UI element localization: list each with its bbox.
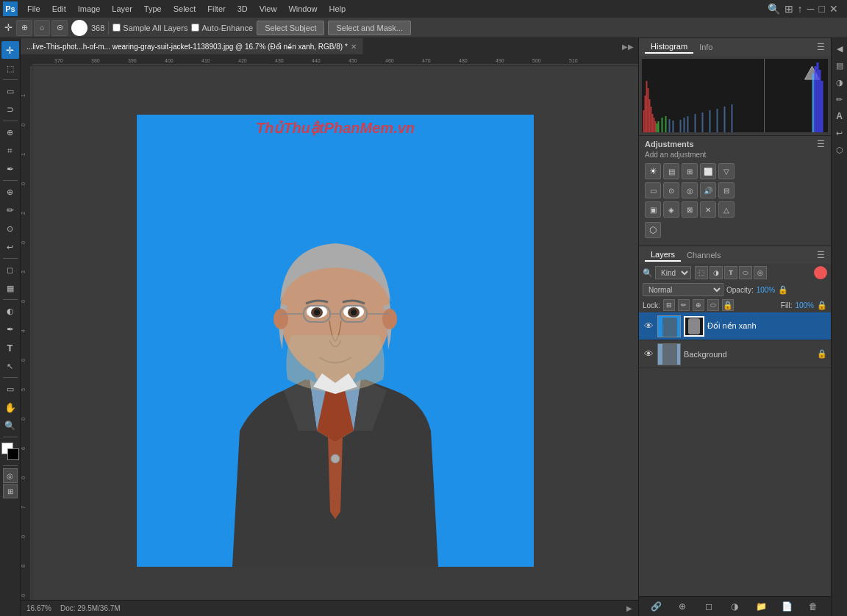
levels-adj[interactable]: ▤ (663, 163, 679, 179)
active-tab[interactable]: ...live-This-phot...h-of-m... wearing-gr… (21, 38, 363, 54)
invert-adj[interactable]: ▣ (645, 201, 661, 218)
arrange-icon[interactable]: ⊞ (785, 3, 793, 15)
crop-tool[interactable]: ⌗ (1, 142, 19, 160)
artboard-tool[interactable]: ⬚ (1, 60, 19, 77)
lock-position-icon[interactable]: ⊕ (693, 299, 704, 311)
menu-window[interactable]: Window (283, 3, 322, 15)
filter-smart-icon[interactable]: ◎ (754, 266, 767, 279)
path-select-tool[interactable]: ↖ (1, 357, 19, 375)
adjustments-menu-icon[interactable]: ☰ (817, 139, 825, 149)
hsl-adj[interactable]: ▭ (645, 182, 661, 198)
share-icon[interactable]: ↑ (798, 3, 803, 15)
canvas[interactable]: ThủThuậtPhanMem.vn (32, 66, 638, 600)
menu-layer[interactable]: Layer (107, 3, 137, 15)
background-color[interactable] (7, 448, 19, 460)
minimize-button[interactable]: ─ (807, 3, 815, 15)
layers-tab[interactable]: Layers (645, 248, 681, 262)
blending-mode-select[interactable]: Normal (643, 283, 723, 296)
layer-item-doi-nen-xanh[interactable]: 👁 Đổi nền xanh (639, 312, 831, 340)
filter-pixel-icon[interactable]: ⬚ (695, 266, 708, 279)
menu-3d[interactable]: 3D (232, 3, 253, 15)
menu-image[interactable]: Image (73, 3, 106, 15)
select-subject-button[interactable]: Select Subject (257, 21, 324, 35)
history-brush-tool[interactable]: ↩ (1, 238, 19, 256)
layer-visibility-eye-1[interactable]: 👁 (643, 320, 654, 332)
3d-icon-r[interactable]: ⬡ (832, 143, 847, 157)
lock-transparent-icon[interactable]: ⊟ (663, 299, 675, 311)
screen-mode-btn[interactable]: ⊞ (3, 484, 18, 498)
filter-shape-icon[interactable]: ⬭ (739, 266, 752, 279)
type-tool[interactable]: T (1, 339, 19, 357)
fill-value[interactable]: 100% (795, 301, 814, 309)
3d-adj[interactable]: ⬡ (645, 222, 661, 238)
tab-close-icon[interactable]: ✕ (351, 43, 357, 51)
add-mask-icon[interactable]: ◻ (702, 600, 715, 613)
close-button[interactable]: ✕ (829, 3, 838, 15)
search-icon[interactable]: 🔍 (768, 3, 780, 15)
channel-mixer-adj[interactable]: ⊟ (718, 182, 735, 198)
threshold-adj[interactable]: ⊠ (682, 201, 698, 218)
quick-mask-btn[interactable]: ◎ (3, 468, 18, 483)
type-icon-r[interactable]: A (832, 109, 847, 123)
add-layer-style-icon[interactable]: ⊕ (676, 600, 689, 613)
select-mask-button[interactable]: Select and Mask... (328, 21, 411, 35)
layers-icon[interactable]: ▤ (832, 58, 847, 73)
menu-type[interactable]: Type (139, 3, 167, 15)
photo-filter-adj[interactable]: 🔊 (700, 182, 716, 198)
quick-select-tool[interactable]: ⊕ (1, 123, 19, 141)
vibrance-adj[interactable]: ▽ (718, 163, 735, 179)
lock-all-icon[interactable]: 🔒 (722, 299, 734, 311)
layer-item-background[interactable]: 👁 Background 🔒 (639, 340, 831, 368)
filter-toggle[interactable] (814, 266, 827, 279)
history-icon-r[interactable]: ↩ (832, 126, 847, 140)
posterize-adj[interactable]: ◈ (663, 201, 679, 218)
quick-select-btn[interactable]: ⊕ ○ ⊝ (16, 20, 68, 36)
delete-layer-icon[interactable]: 🗑 (807, 600, 820, 613)
pen-tool[interactable]: ✒ (1, 320, 19, 338)
brightness-contrast-adj[interactable]: ☀ (645, 163, 661, 179)
layer-mask-1[interactable] (684, 316, 704, 337)
lasso-tool[interactable]: ⊃ (1, 101, 19, 118)
lock-image-icon[interactable]: ✏ (678, 299, 690, 311)
fill-lock-icon[interactable]: 🔒 (817, 300, 827, 310)
new-layer-icon[interactable]: 📄 (781, 600, 794, 613)
info-tab[interactable]: Info (693, 41, 718, 53)
scroll-right-btn[interactable]: ▶ (626, 604, 632, 612)
layer-kind-select[interactable]: Kind (655, 266, 691, 279)
selective-color-adj[interactable]: △ (718, 201, 735, 218)
opacity-lock-icon[interactable]: 🔒 (778, 284, 788, 295)
rectangular-marquee-tool[interactable]: ▭ (1, 82, 19, 100)
menu-view[interactable]: View (254, 3, 282, 15)
exposure-adj[interactable]: ⬜ (700, 163, 716, 179)
opacity-value[interactable]: 100% (757, 286, 776, 294)
eyedropper-tool[interactable]: ✒ (1, 160, 19, 178)
new-fill-layer-icon[interactable]: ◑ (728, 600, 741, 613)
clone-stamp-tool[interactable]: ⊙ (1, 220, 19, 237)
channels-tab[interactable]: Channels (681, 249, 726, 261)
shape-tool[interactable]: ▭ (1, 380, 19, 398)
gradient-tool[interactable]: ▦ (1, 279, 19, 297)
curves-adj[interactable]: ⊞ (682, 163, 698, 179)
hand-tool[interactable]: ✋ (1, 398, 19, 416)
bw-adj[interactable]: ◎ (682, 182, 698, 198)
maximize-button[interactable]: □ (819, 3, 825, 15)
filter-type-icon[interactable]: T (724, 266, 737, 279)
brush-size-display[interactable] (71, 20, 87, 36)
brush-tool[interactable]: ✏ (1, 201, 19, 219)
spot-healing-tool[interactable]: ⊕ (1, 183, 19, 201)
menu-file[interactable]: File (22, 3, 46, 15)
histogram-menu-icon[interactable]: ☰ (817, 42, 825, 52)
zoom-tool[interactable]: 🔍 (1, 417, 19, 434)
gradient-map-adj[interactable]: ✕ (700, 201, 716, 218)
link-layers-icon[interactable]: 🔗 (650, 600, 663, 613)
sample-all-layers-checkbox[interactable]: Sample All Layers (112, 24, 187, 32)
zoom-level[interactable]: 16.67% (26, 604, 51, 612)
tab-collapse-btn[interactable]: ▶▶ (618, 43, 638, 51)
auto-enhance-checkbox[interactable]: Auto-Enhance (191, 24, 253, 32)
menu-edit[interactable]: Edit (47, 3, 71, 15)
new-layer-group-icon[interactable]: 📁 (754, 600, 768, 613)
layer-visibility-eye-2[interactable]: 👁 (643, 348, 654, 360)
color-balance-adj[interactable]: ⊙ (663, 182, 679, 198)
menu-select[interactable]: Select (168, 3, 201, 15)
dodge-tool[interactable]: ◐ (1, 302, 19, 320)
